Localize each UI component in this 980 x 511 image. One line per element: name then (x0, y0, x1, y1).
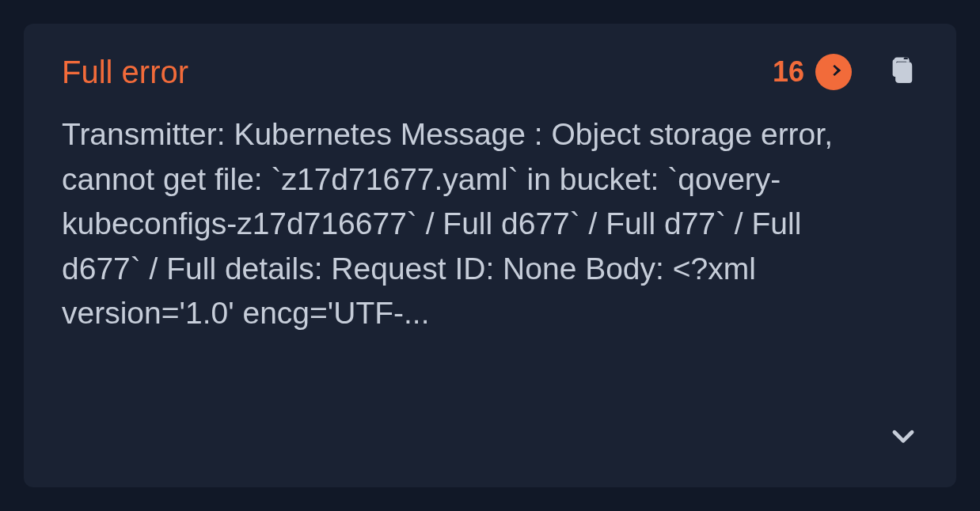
expand-button[interactable] (888, 421, 918, 454)
chevron-down-icon (888, 421, 918, 454)
count-badge: 16 (773, 55, 804, 89)
copy-button[interactable] (885, 54, 918, 90)
forward-button[interactable] (815, 54, 852, 90)
error-body-text: Transmitter: Kubernetes Message : Object… (62, 112, 918, 336)
arrow-right-icon (822, 59, 845, 85)
card-header: Full error 16 (62, 54, 918, 90)
copy-icon (885, 54, 918, 90)
svg-rect-1 (897, 63, 912, 83)
card-title: Full error (62, 55, 773, 90)
error-card: Full error 16 Transmitter: Kubernetes M (24, 24, 956, 487)
